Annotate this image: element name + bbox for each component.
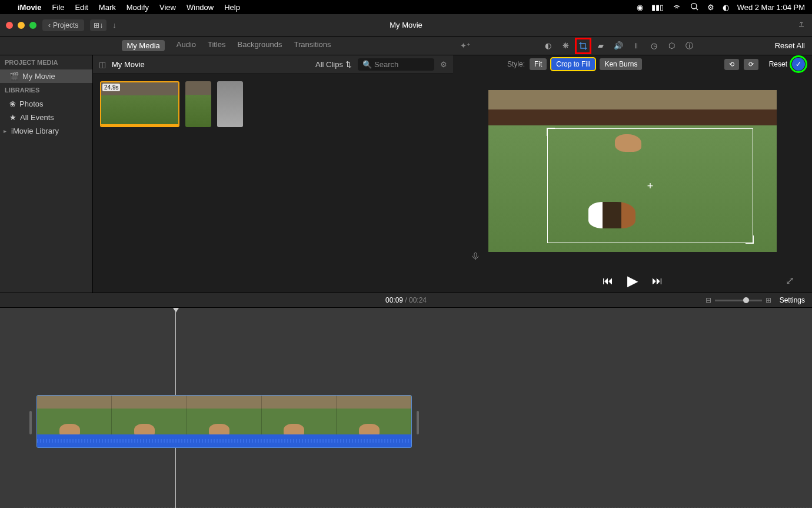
creative-cloud-icon[interactable]: ◉ [637,3,643,12]
menu-edit[interactable]: Edit [75,3,88,12]
color-correction-icon[interactable]: ❋ [560,41,571,51]
menu-window[interactable]: Window [187,3,214,12]
share-button[interactable] [797,19,806,31]
sidebar-item-all-events[interactable]: ★ All Events [0,111,92,124]
rotate-cw-button[interactable]: ⟳ [744,59,758,70]
filter-label: All Clips [315,60,343,69]
fullscreen-button[interactable]: ⤢ [786,274,794,287]
clip-thumbnail[interactable] [217,81,243,127]
disclosure-triangle-icon[interactable]: ▸ [4,128,6,134]
crop-box[interactable]: + [547,128,753,243]
style-crop-to-fill-button[interactable]: Crop to Fill [551,58,595,70]
voiceover-button[interactable] [471,252,480,263]
search-placeholder: Search [374,60,398,69]
photos-icon: ❀ [9,99,16,108]
stabilization-icon[interactable]: ▰ [595,41,606,51]
playhead-time: 00:09 [385,296,403,304]
next-frame-button[interactable]: ⏭ [652,275,663,287]
clapperboard-icon: 🎬 [9,72,19,81]
main-content: PROJECT MEDIA 🎬 My Movie LIBRARIES ❀ Pho… [0,55,812,293]
datetime[interactable]: Wed 2 Mar 1:04 PM [737,3,805,12]
browser-header: ◫ My Movie All Clips ⇅ 🔍 Search ⚙ [93,55,453,74]
control-center-icon[interactable]: ⚙ [707,3,714,12]
app-menu[interactable]: iMovie [18,3,41,12]
battery-icon[interactable]: ▮▮▯ [651,3,664,12]
sidebar: PROJECT MEDIA 🎬 My Movie LIBRARIES ❀ Pho… [0,55,93,293]
crop-icon[interactable] [578,41,588,51]
event-name: My Movie [112,60,145,69]
close-button[interactable] [6,22,13,29]
reset-button[interactable]: Reset [769,60,787,68]
back-to-projects-button[interactable]: ‹ Projects [42,19,84,31]
tab-backgrounds[interactable]: Backgrounds [238,40,282,51]
tab-titles[interactable]: Titles [208,40,226,51]
audio-waveform[interactable] [37,434,411,447]
siri-icon[interactable]: ◐ [723,3,729,12]
preview-canvas[interactable]: + [488,90,777,252]
menu-file[interactable]: File [52,3,64,12]
tab-transitions[interactable]: Transitions [294,40,331,51]
apply-crop-button[interactable]: ✓ [792,58,805,71]
menu-view[interactable]: View [159,3,176,12]
volume-icon[interactable]: 🔊 [613,41,624,51]
star-icon: ★ [9,113,16,122]
style-fit-button[interactable]: Fit [530,58,547,70]
timeline-header: 00:09 / 00:24 ⊟ ⊞ Settings [0,293,812,308]
sidebar-item-photos[interactable]: ❀ Photos [0,97,92,111]
clip-thumbnail[interactable] [185,81,211,127]
timeline[interactable]: ♫ [0,308,812,508]
settings-gear-icon[interactable]: ⚙ [440,60,447,69]
crop-controls: Style: Fit Crop to Fill Ken Burns ⟲ ⟳ Re… [453,55,812,73]
timeline-settings-button[interactable]: Settings [780,296,805,304]
reset-all-button[interactable]: Reset All [775,41,805,50]
wifi-icon[interactable] [672,2,681,13]
download-icon[interactable]: ↓ [112,21,117,29]
clip-thumbnail[interactable]: 24.9s [100,81,179,127]
sidebar-item-my-movie[interactable]: 🎬 My Movie [0,69,92,83]
menu-mark[interactable]: Mark [99,3,116,12]
window-title: My Movie [390,21,422,29]
viewer: Style: Fit Crop to Fill Ken Burns ⟲ ⟳ Re… [453,55,812,293]
sidebar-item-label: All Events [20,113,54,122]
search-icon: 🔍 [362,60,372,69]
noise-reduction-icon[interactable]: ⫴ [631,41,641,51]
search-input[interactable]: 🔍 Search [358,58,434,71]
zoom-out-icon: ⊟ [705,296,711,304]
menu-modify[interactable]: Modify [127,3,149,12]
sidebar-item-label: My Movie [22,72,55,81]
color-balance-icon[interactable]: ◐ [543,41,553,51]
spotlight-icon[interactable] [690,2,699,13]
menubar: iMovie File Edit Mark Modify View Window… [0,0,812,14]
clip-handle-left[interactable] [29,411,32,434]
tab-my-media[interactable]: My Media [122,40,164,51]
style-ken-burns-button[interactable]: Ken Burns [600,58,642,70]
tab-audio[interactable]: Audio [177,40,196,51]
back-label: Projects [53,21,78,29]
info-icon[interactable]: ⓘ [684,41,694,51]
clip-handle-right[interactable] [417,411,419,434]
rotate-ccw-button[interactable]: ⟲ [724,59,739,70]
minimize-button[interactable] [18,22,25,29]
clips-filter-dropdown[interactable]: All Clips ⇅ [315,60,352,69]
timeline-clip[interactable] [36,395,412,448]
prev-frame-button[interactable]: ⏮ [603,275,613,287]
menu-help[interactable]: Help [224,3,240,12]
clip-filter-icon[interactable]: ⬡ [666,41,677,51]
sidebar-toggle-icon[interactable]: ◫ [99,60,106,69]
style-label: Style: [507,60,525,68]
event-browser: ◫ My Movie All Clips ⇅ 🔍 Search ⚙ 24.9s [93,55,453,293]
enhance-button[interactable]: ✦⁺ [460,41,471,50]
project-media-header: PROJECT MEDIA [0,55,92,69]
sidebar-item-label: Photos [19,99,43,108]
play-button[interactable]: ▶ [627,273,638,289]
libraries-header: LIBRARIES [0,83,92,97]
maximize-button[interactable] [29,22,36,29]
speed-icon[interactable]: ◷ [648,41,659,51]
zoom-knob[interactable] [743,297,749,303]
preview-area: + [453,73,812,269]
sidebar-item-imovie-library[interactable]: ▸ iMovie Library [0,124,92,138]
timecode: 00:09 / 00:24 [385,296,427,304]
playback-controls: ⏮ ▶ ⏭ ⤢ [453,269,812,293]
import-button[interactable]: ⊞↓ [90,19,107,31]
zoom-slider[interactable]: ⊟ ⊞ [705,296,771,304]
